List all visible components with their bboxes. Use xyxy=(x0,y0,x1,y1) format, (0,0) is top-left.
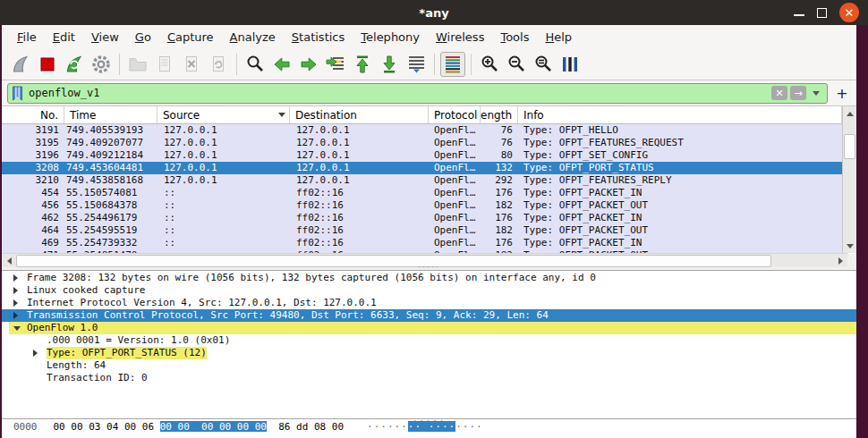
expander-closed-icon[interactable] xyxy=(11,287,27,294)
detail-row[interactable]: Transmission Control Protocol, Src Port:… xyxy=(2,309,856,322)
hex-ascii[interactable]: ········ ········ xyxy=(367,421,483,432)
column-label: Time xyxy=(70,109,96,122)
detail-row[interactable]: Linux cooked capture xyxy=(2,284,856,297)
expander-closed-icon[interactable] xyxy=(11,274,27,282)
filter-dropdown-icon[interactable] xyxy=(813,91,820,96)
close-file-button[interactable] xyxy=(179,52,204,77)
open-file-button[interactable] xyxy=(125,52,150,77)
hex-line[interactable]: 0000 00 00 03 04 00 06 00 00 00 00 00 00… xyxy=(13,421,483,432)
expander-closed-icon[interactable] xyxy=(11,312,27,319)
close-button[interactable]: ✕ xyxy=(839,3,859,22)
stop-capture-button[interactable] xyxy=(35,52,60,77)
packet-row[interactable]: 3208749.453604481127.0.0.1127.0.0.1OpenF… xyxy=(2,162,842,174)
packet-row[interactable]: 3210749.453858168127.0.0.1127.0.0.1OpenF… xyxy=(2,174,842,187)
goto-icon xyxy=(325,54,346,75)
menu-edit[interactable]: Edit xyxy=(45,28,83,46)
cell-destination: 127.0.0.1 xyxy=(290,137,429,149)
cell-time: 55.254739332 xyxy=(64,237,157,249)
packet-row[interactable]: 3195749.409207077127.0.0.1127.0.0.1OpenF… xyxy=(2,137,842,149)
packet-row[interactable]: 46955.254739332::ff02::16OpenFl…176Type:… xyxy=(2,237,842,249)
cell-info: Type: OFPT_SET_CONFIG xyxy=(518,149,842,162)
bookmark-icon[interactable] xyxy=(12,86,23,101)
go-last-button[interactable] xyxy=(377,52,402,77)
scroll-up-icon[interactable] xyxy=(843,106,856,121)
hex-bytes[interactable]: 00 00 03 04 00 06 00 00 00 00 00 00 86 d… xyxy=(54,421,345,432)
detail-row[interactable]: Length: 64 xyxy=(2,359,856,372)
packet-row[interactable]: 46455.254595519::ff02::16OpenFl…182Type:… xyxy=(2,224,842,237)
doc-save-icon xyxy=(154,54,175,75)
menu-telephony[interactable]: Telephony xyxy=(353,28,428,46)
detail-row[interactable]: Type: OFPT_PORT_STATUS (12) xyxy=(2,347,856,359)
scroll-left-icon[interactable] xyxy=(2,254,16,268)
column-header-destination[interactable]: Destination xyxy=(290,106,429,123)
list-details-splitter[interactable]: ····· xyxy=(2,267,856,270)
detail-row[interactable]: Transaction ID: 0 xyxy=(2,372,856,384)
zoom-in-button[interactable] xyxy=(477,52,502,77)
filter-text[interactable]: openflow_v1 xyxy=(29,87,769,99)
wireshark-window: FileEditViewGoCaptureAnalyzeStatisticsTe… xyxy=(2,25,856,438)
find-icon xyxy=(244,54,266,75)
find-packet-button[interactable] xyxy=(243,52,268,77)
menu-tools[interactable]: Tools xyxy=(492,28,537,46)
menu-go[interactable]: Go xyxy=(127,28,159,46)
filter-clear-button[interactable]: ✕ xyxy=(771,86,787,100)
horizontal-scroll-thumb[interactable] xyxy=(16,255,771,267)
packet-row[interactable]: 45455.150574081::ff02::16OpenFl…176Type:… xyxy=(2,187,842,199)
packet-row[interactable]: 45655.150684378::ff02::16OpenFl…182Type:… xyxy=(2,199,842,212)
colorize-icon xyxy=(442,54,464,75)
maximize-button[interactable] xyxy=(817,8,827,18)
vertical-scrollbar[interactable] xyxy=(842,106,856,253)
zoom-out-button[interactable] xyxy=(504,52,529,77)
go-first-button[interactable] xyxy=(350,52,375,77)
detail-row[interactable]: Frame 3208: 132 bytes on wire (1056 bits… xyxy=(2,272,856,284)
column-header-time[interactable]: Time xyxy=(64,106,157,123)
menu-wireless[interactable]: Wireless xyxy=(428,28,492,46)
detail-row[interactable]: Internet Protocol Version 4, Src: 127.0.… xyxy=(2,297,856,309)
splitter-grip: ····· xyxy=(418,264,439,272)
expander-closed-icon[interactable] xyxy=(11,299,27,307)
titlebar[interactable]: *any ✕ xyxy=(0,0,868,25)
column-header-length[interactable]: Length xyxy=(481,106,518,123)
go-forward-button[interactable] xyxy=(296,52,321,77)
menu-file[interactable]: File xyxy=(9,28,45,46)
resize-columns-button[interactable] xyxy=(557,52,583,77)
vertical-scroll-thumb[interactable] xyxy=(844,134,855,159)
cell-info: Type: OFPT_PACKET_OUT xyxy=(518,199,842,212)
save-file-button[interactable] xyxy=(152,52,177,77)
start-capture-button[interactable] xyxy=(8,52,33,77)
column-header-protocol[interactable]: Protocol xyxy=(429,106,481,123)
scroll-right-icon[interactable] xyxy=(833,254,847,268)
menu-help[interactable]: Help xyxy=(537,28,580,46)
reload-file-button[interactable] xyxy=(206,52,231,77)
detail-row[interactable]: .000 0001 = Version: 1.0 (0x01) xyxy=(2,334,856,347)
capture-options-button[interactable] xyxy=(89,52,114,77)
cell-protocol: OpenFl… xyxy=(429,162,481,174)
expander-closed-icon[interactable] xyxy=(30,350,47,357)
detail-text: Internet Protocol Version 4, Src: 127.0.… xyxy=(27,297,377,309)
expander-open-icon[interactable] xyxy=(11,326,27,331)
scroll-down-icon[interactable] xyxy=(843,239,856,253)
column-header-info[interactable]: Info xyxy=(518,106,842,123)
go-to-packet-button[interactable] xyxy=(323,52,348,77)
column-header-no[interactable]: No. xyxy=(2,106,64,123)
cell-protocol: OpenFl… xyxy=(429,187,481,199)
menu-view[interactable]: View xyxy=(83,28,127,46)
minimize-button[interactable] xyxy=(794,14,804,16)
filter-add-button[interactable]: + xyxy=(833,85,851,102)
menu-statistics[interactable]: Statistics xyxy=(284,28,353,46)
auto-scroll-button[interactable] xyxy=(404,52,429,77)
restart-capture-button[interactable] xyxy=(62,52,87,77)
menu-capture[interactable]: Capture xyxy=(159,28,222,46)
column-header-source[interactable]: Source xyxy=(157,106,290,123)
cell-info: Type: OFPT_PACKET_IN xyxy=(518,237,842,249)
display-filter-input[interactable]: openflow_v1 ✕ → xyxy=(7,83,828,104)
colorize-button[interactable] xyxy=(440,52,465,77)
zoom-100-button[interactable] xyxy=(531,52,556,77)
filter-apply-button[interactable]: → xyxy=(790,86,806,100)
packet-row[interactable]: 46255.254496179::ff02::16OpenFl…176Type:… xyxy=(2,212,842,224)
packet-row[interactable]: 3196749.409212184127.0.0.1127.0.0.1OpenF… xyxy=(2,149,842,162)
menu-analyze[interactable]: Analyze xyxy=(222,28,284,46)
packet-row[interactable]: 3191749.405539193127.0.0.1127.0.0.1OpenF… xyxy=(2,124,842,137)
detail-row[interactable]: OpenFlow 1.0 xyxy=(2,322,856,334)
go-back-button[interactable] xyxy=(269,52,294,77)
